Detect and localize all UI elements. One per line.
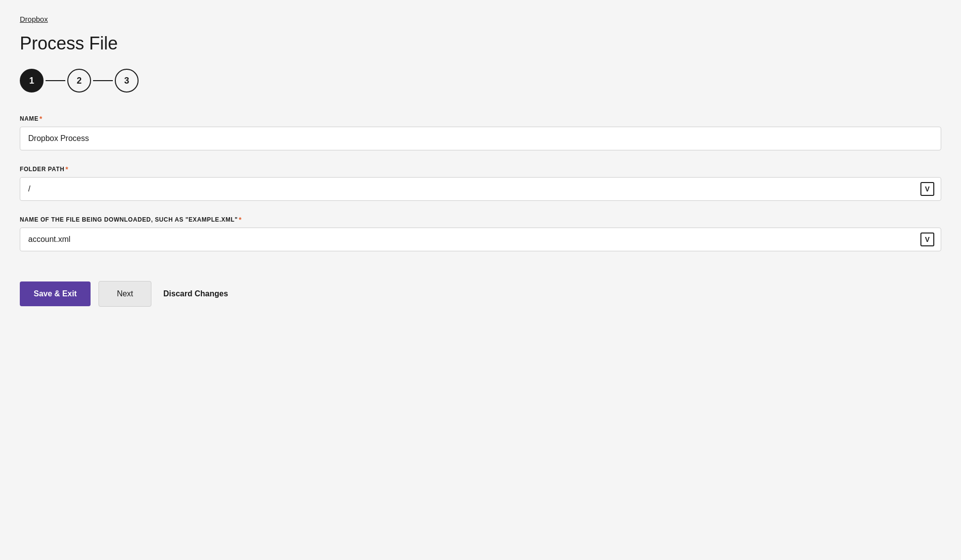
folder-path-field-section: FOLDER PATH* V [20,165,941,201]
folder-path-required-star: * [65,165,68,173]
file-name-field-label: NAME OF THE FILE BEING DOWNLOADED, SUCH … [20,216,941,224]
file-name-required-star: * [239,216,242,224]
name-input[interactable] [20,127,941,150]
step-2[interactable]: 2 [67,69,91,93]
footer-actions: Save & Exit Next Discard Changes [20,281,941,307]
next-button[interactable]: Next [98,281,151,307]
name-required-star: * [40,115,43,123]
file-name-variable-icon[interactable]: V [920,233,934,246]
folder-path-input[interactable] [20,177,941,201]
file-name-input-wrapper: V [20,228,941,251]
discard-changes-button[interactable]: Discard Changes [159,281,232,306]
file-name-field-section: NAME OF THE FILE BEING DOWNLOADED, SUCH … [20,216,941,251]
step-3[interactable]: 3 [115,69,139,93]
stepper: 1 2 3 [20,69,941,93]
folder-path-field-label: FOLDER PATH* [20,165,941,173]
step-connector-2 [93,80,113,81]
file-name-input[interactable] [20,228,941,251]
step-connector-1 [46,80,65,81]
breadcrumb-link[interactable]: Dropbox [20,15,48,23]
save-exit-button[interactable]: Save & Exit [20,281,91,306]
folder-path-input-wrapper: V [20,177,941,201]
page-title: Process File [20,33,941,54]
name-field-section: NAME* [20,115,941,150]
folder-path-variable-icon[interactable]: V [920,182,934,196]
name-field-label: NAME* [20,115,941,123]
step-1[interactable]: 1 [20,69,44,93]
